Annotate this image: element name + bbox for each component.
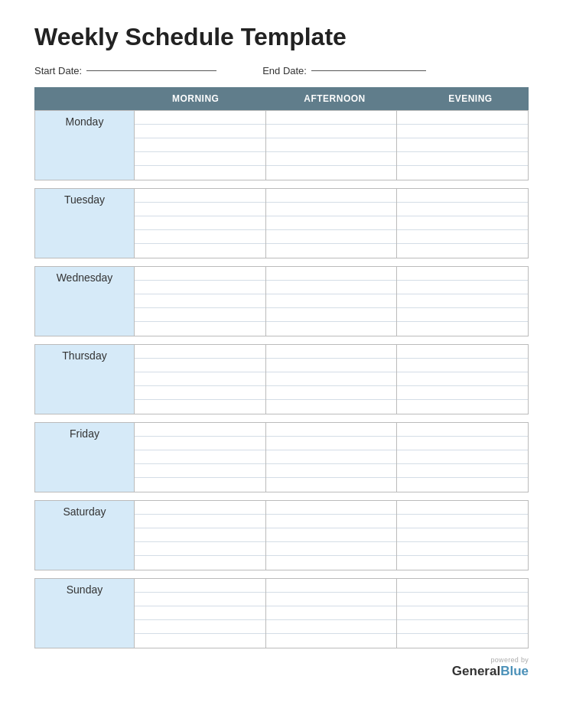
monday-evening-cell[interactable] xyxy=(397,111,529,180)
sunday-morning-cell[interactable] xyxy=(135,579,266,648)
brand-general: General xyxy=(452,664,500,678)
thursday-morning-cell[interactable] xyxy=(135,345,266,414)
day-label-friday: Friday xyxy=(35,423,135,492)
header-day-col xyxy=(35,88,135,110)
day-section-thursday: Thursday xyxy=(34,344,529,414)
day-section-tuesday: Tuesday xyxy=(34,188,529,258)
friday-evening-cell[interactable] xyxy=(397,423,529,492)
saturday-evening-cell[interactable] xyxy=(397,501,529,570)
day-label-monday: Monday xyxy=(35,111,135,180)
day-section-wednesday: Wednesday xyxy=(34,266,529,336)
thursday-evening-cell[interactable] xyxy=(397,345,529,414)
monday-morning-cell[interactable] xyxy=(135,111,266,180)
saturday-morning-cell[interactable] xyxy=(135,501,266,570)
sunday-evening-cell[interactable] xyxy=(397,579,529,648)
start-date-label: Start Date: xyxy=(34,65,82,76)
wednesday-evening-cell[interactable] xyxy=(397,267,529,336)
day-section-saturday: Saturday xyxy=(34,500,529,570)
day-label-wednesday: Wednesday xyxy=(35,267,135,336)
saturday-afternoon-cell[interactable] xyxy=(265,501,397,570)
day-section-sunday: Sunday xyxy=(34,578,529,648)
start-date-line[interactable] xyxy=(86,70,216,71)
wednesday-morning-cell[interactable] xyxy=(135,267,266,336)
day-label-tuesday: Tuesday xyxy=(35,189,135,258)
end-date-line[interactable] xyxy=(311,70,426,71)
monday-afternoon-cell[interactable] xyxy=(265,111,397,180)
date-row: Start Date: End Date: xyxy=(34,65,529,76)
day-label-sunday: Sunday xyxy=(35,579,135,648)
brand-label: GeneralBlue xyxy=(34,664,529,679)
powered-by-label: powered by xyxy=(34,656,529,664)
day-label-saturday: Saturday xyxy=(35,501,135,570)
footer: powered by GeneralBlue xyxy=(34,656,529,679)
brand-blue: Blue xyxy=(500,664,529,678)
page-title: Weekly Schedule Template xyxy=(34,23,529,51)
tuesday-morning-cell[interactable] xyxy=(135,189,266,258)
end-date-label: End Date: xyxy=(262,65,307,76)
header-morning: MORNING xyxy=(135,88,257,110)
header-evening: EVENING xyxy=(412,88,528,110)
header-afternoon: AFTERNOON xyxy=(257,88,412,110)
day-section-monday: Monday xyxy=(34,110,529,180)
schedule-header: MORNING AFTERNOON EVENING xyxy=(34,87,529,110)
day-label-thursday: Thursday xyxy=(35,345,135,414)
thursday-afternoon-cell[interactable] xyxy=(265,345,397,414)
tuesday-evening-cell[interactable] xyxy=(397,189,529,258)
days-container: MondayTuesdayWednesdayThursdayFridaySatu… xyxy=(34,110,529,648)
sunday-afternoon-cell[interactable] xyxy=(265,579,397,648)
friday-morning-cell[interactable] xyxy=(135,423,266,492)
friday-afternoon-cell[interactable] xyxy=(265,423,397,492)
tuesday-afternoon-cell[interactable] xyxy=(265,189,397,258)
wednesday-afternoon-cell[interactable] xyxy=(265,267,397,336)
day-section-friday: Friday xyxy=(34,422,529,492)
